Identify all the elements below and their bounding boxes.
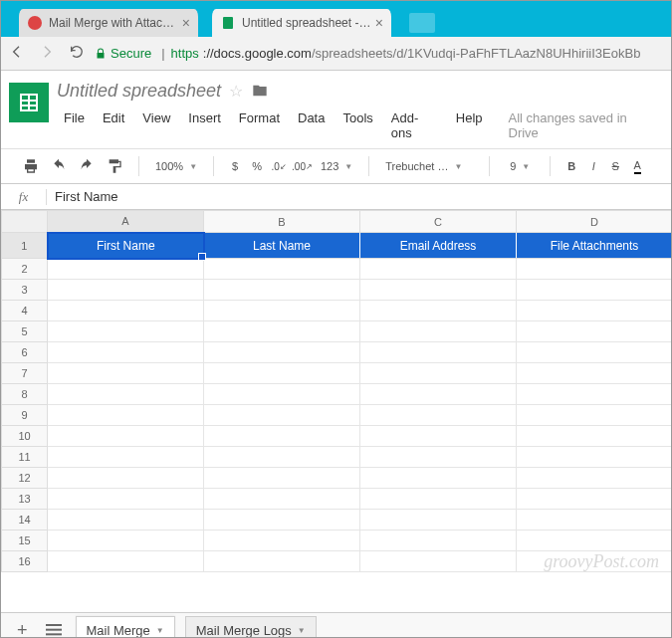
cell[interactable] (360, 489, 517, 510)
font-size-dropdown[interactable]: 9▼ (500, 160, 540, 172)
cell[interactable] (517, 405, 672, 426)
spreadsheet-grid[interactable]: ABCD1First NameLast NameEmail AddressFil… (1, 210, 671, 612)
cell[interactable] (204, 551, 360, 572)
decrease-decimal-button[interactable]: .0↙ (268, 153, 290, 179)
cell[interactable] (360, 468, 517, 489)
cell[interactable] (517, 301, 672, 321)
menu-insert[interactable]: Insert (181, 106, 228, 144)
bold-button[interactable]: B (560, 153, 582, 179)
cell[interactable] (48, 551, 204, 572)
cell[interactable] (48, 489, 204, 510)
row-header[interactable]: 13 (2, 489, 48, 510)
cell[interactable] (360, 259, 517, 280)
reload-icon[interactable] (69, 44, 85, 63)
strikethrough-button[interactable]: S (604, 153, 626, 179)
menu-addons[interactable]: Add-ons (384, 106, 445, 144)
url-input[interactable]: Secure | https ://docs.google.com /sprea… (95, 46, 663, 61)
row-header[interactable]: 10 (2, 426, 48, 447)
all-sheets-icon[interactable] (42, 620, 66, 638)
cell[interactable]: First Name (48, 233, 204, 259)
percent-button[interactable]: % (246, 153, 268, 179)
row-header[interactable]: 2 (2, 259, 48, 280)
cell[interactable] (204, 447, 360, 468)
sheets-logo-icon[interactable] (9, 83, 49, 122)
cell[interactable] (360, 510, 517, 531)
cell[interactable] (204, 321, 360, 342)
cell[interactable] (517, 384, 672, 405)
increase-decimal-button[interactable]: .00↗ (290, 153, 315, 179)
cell[interactable] (517, 531, 672, 551)
row-header[interactable]: 1 (2, 233, 48, 259)
cell[interactable] (204, 405, 360, 426)
cell[interactable] (517, 321, 672, 342)
column-header[interactable]: D (517, 211, 672, 233)
cell[interactable] (48, 280, 204, 301)
cell[interactable] (204, 280, 360, 301)
cell[interactable] (48, 259, 204, 280)
star-icon[interactable]: ☆ (229, 82, 243, 101)
cell[interactable] (48, 426, 204, 447)
fx-label[interactable]: fx (1, 189, 47, 205)
cell[interactable] (48, 321, 204, 342)
sheet-tab[interactable]: Mail Merge Logs▼ (185, 616, 317, 638)
cell[interactable] (360, 280, 517, 301)
cell[interactable] (48, 468, 204, 489)
cell[interactable] (48, 405, 204, 426)
row-header[interactable]: 5 (2, 321, 48, 342)
select-all-cell[interactable] (2, 211, 48, 233)
paint-format-icon[interactable] (101, 153, 128, 179)
browser-tab[interactable]: Mail Merge with Attachm × (19, 9, 198, 37)
undo-icon[interactable] (45, 153, 73, 179)
cell[interactable] (360, 405, 517, 426)
cell[interactable] (517, 259, 672, 280)
cell[interactable] (360, 301, 517, 321)
text-color-button[interactable]: A (626, 153, 648, 179)
row-header[interactable]: 16 (2, 551, 48, 572)
cell[interactable] (48, 342, 204, 363)
cell[interactable] (204, 531, 360, 551)
cell[interactable] (204, 301, 360, 321)
forward-icon[interactable] (39, 44, 55, 63)
cell[interactable] (360, 426, 517, 447)
cell[interactable] (517, 342, 672, 363)
close-icon[interactable]: × (375, 15, 383, 31)
cell[interactable] (517, 468, 672, 489)
cell[interactable] (360, 551, 517, 572)
cell[interactable]: File Attachments (517, 233, 672, 259)
column-header[interactable]: B (204, 211, 360, 233)
cell[interactable] (360, 342, 517, 363)
cell[interactable] (517, 363, 672, 384)
cell[interactable] (204, 259, 360, 280)
font-dropdown[interactable]: Trebuchet …▼ (379, 160, 479, 172)
row-header[interactable]: 8 (2, 384, 48, 405)
italic-button[interactable]: I (582, 153, 604, 179)
chevron-down-icon[interactable]: ▼ (156, 626, 164, 635)
menu-format[interactable]: Format (232, 106, 287, 144)
sheet-tab[interactable]: Mail Merge▼ (76, 616, 175, 639)
cell[interactable] (204, 489, 360, 510)
cell[interactable] (517, 489, 672, 510)
cell[interactable] (517, 447, 672, 468)
close-icon[interactable]: × (182, 15, 190, 31)
row-header[interactable]: 9 (2, 405, 48, 426)
cell[interactable] (360, 363, 517, 384)
cell[interactable]: Last Name (204, 233, 360, 259)
chevron-down-icon[interactable]: ▼ (298, 626, 306, 635)
cell[interactable] (204, 342, 360, 363)
menu-view[interactable]: View (135, 106, 177, 144)
cell[interactable]: Email Address (360, 233, 517, 259)
cell[interactable] (204, 363, 360, 384)
cell[interactable] (517, 510, 672, 531)
new-tab-button[interactable] (409, 13, 435, 33)
cell[interactable] (360, 531, 517, 551)
doc-title[interactable]: Untitled spreadsheet (57, 81, 221, 102)
row-header[interactable]: 6 (2, 342, 48, 363)
cell[interactable] (204, 468, 360, 489)
cell[interactable] (360, 384, 517, 405)
back-icon[interactable] (9, 44, 25, 63)
folder-icon[interactable] (251, 83, 269, 99)
cell[interactable] (360, 321, 517, 342)
cell[interactable] (204, 426, 360, 447)
row-header[interactable]: 4 (2, 301, 48, 321)
cell[interactable] (360, 447, 517, 468)
